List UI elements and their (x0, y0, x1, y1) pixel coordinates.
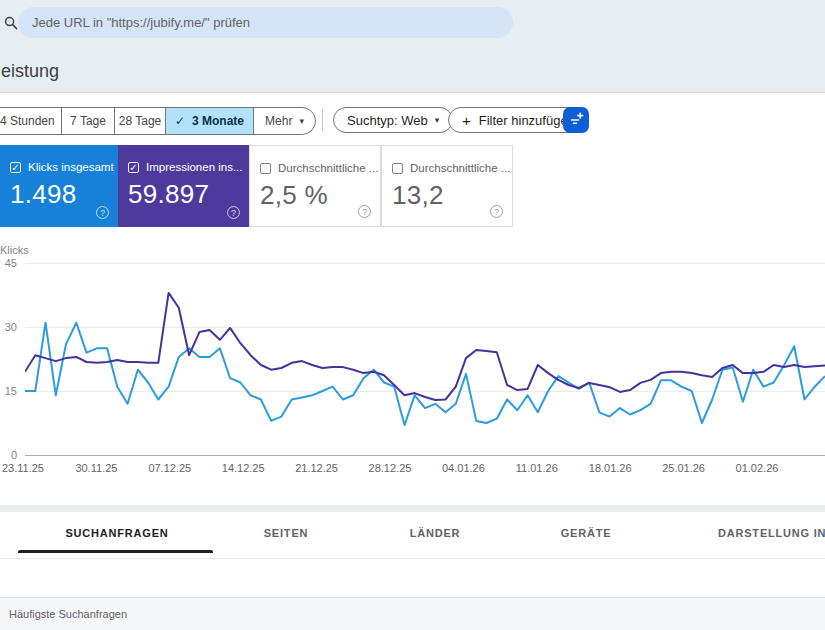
segment-label: 7 Tage (70, 114, 106, 128)
date-range-more-menu[interactable]: Mehr ▾ (254, 108, 315, 134)
search-type-chip[interactable]: Suchtyp: Web ▾ (333, 107, 453, 133)
tab-darstellung-in-der-suche[interactable]: DARSTELLUNG IN DER SUCHE (718, 527, 825, 539)
section-gap (0, 505, 825, 512)
segment-label: Mehr (265, 114, 292, 128)
metric-label: Durchschnittliche ... (410, 162, 510, 174)
x-tick-label: 23.11.25 (0, 462, 53, 474)
x-tick-label: 14.12.25 (213, 462, 273, 474)
help-icon[interactable]: ? (227, 206, 240, 219)
date-range-3-months-selected[interactable]: ✓ 3 Monate (166, 108, 254, 134)
help-icon[interactable]: ? (490, 205, 503, 218)
date-range-segmented-control: 24 Stunden 7 Tage 28 Tage ✓ 3 Monate Meh… (0, 107, 316, 135)
performance-chart: Klicks 453015023.11.2530.11.2507.12.2514… (0, 240, 825, 490)
segment-label: 28 Tage (119, 114, 162, 128)
y-tick-label: 45 (0, 257, 17, 269)
check-icon: ✓ (175, 114, 185, 128)
avg-ctr-metric-card[interactable]: Durchschnittliche ... 2,5 % ? (249, 145, 381, 227)
tabs-divider (0, 558, 825, 559)
tab-geraete[interactable]: GERÄTE (561, 527, 612, 539)
filter-tune-icon (569, 111, 584, 130)
avg-position-metric-card[interactable]: Durchschnittliche ... 13,2 ? (381, 145, 513, 227)
help-icon[interactable]: ? (96, 206, 109, 219)
search-placeholder-text: Jede URL in "https://jubify.me/" prüfen (32, 7, 513, 38)
y-tick-label: 15 (0, 385, 17, 397)
chip-label: Filter hinzufügen (479, 113, 575, 128)
date-range-24-hours[interactable]: 24 Stunden (0, 108, 62, 134)
tab-seiten[interactable]: SEITEN (264, 527, 309, 539)
queries-table-header-label: Häufigste Suchanfragen (9, 608, 127, 620)
x-tick-label: 30.11.25 (66, 462, 126, 474)
x-tick-label: 01.02.26 (727, 462, 787, 474)
metric-value: 2,5 % (260, 180, 328, 211)
x-tick-label: 11.01.26 (507, 462, 567, 474)
gridline-y-0 (25, 455, 825, 456)
url-inspection-search-input[interactable]: Jede URL in "https://jubify.me/" prüfen (18, 7, 513, 38)
y-axis-title: Klicks (0, 244, 29, 256)
toolbar-divider (322, 109, 323, 131)
metric-value: 1.498 (10, 179, 77, 210)
x-tick-label: 07.12.25 (140, 462, 200, 474)
page-title: eistung (1, 61, 59, 82)
plus-icon: + (462, 112, 471, 129)
metric-value: 59.897 (128, 179, 209, 210)
segment-label: 24 Stunden (0, 114, 55, 128)
metric-label: Durchschnittliche ... (278, 162, 378, 174)
x-tick-label: 21.12.25 (287, 462, 347, 474)
y-tick-label: 30 (0, 321, 17, 333)
chart-plot (25, 263, 825, 455)
impressions-metric-card[interactable]: ✓ Impressionen ins... 59.897 ? (118, 145, 249, 227)
metric-label: Impressionen ins... (146, 161, 243, 173)
impressions-line (25, 293, 825, 400)
checkbox-checked-icon[interactable]: ✓ (128, 162, 139, 173)
date-range-28-days[interactable]: 28 Tage (115, 108, 166, 134)
checkbox-unchecked-icon[interactable] (392, 163, 403, 174)
clicks-line (25, 323, 825, 425)
top-header-band: Jede URL in "https://jubify.me/" prüfen … (0, 0, 825, 93)
chip-label: Suchtyp: Web (347, 113, 428, 128)
checkbox-unchecked-icon[interactable] (260, 163, 271, 174)
saved-filters-button[interactable] (563, 107, 589, 133)
date-range-7-days[interactable]: 7 Tage (62, 108, 115, 134)
segment-label: 3 Monate (192, 114, 244, 128)
dimensions-panel: SUCHANFRAGEN SEITEN LÄNDER GERÄTE DARSTE… (0, 512, 825, 630)
checkbox-checked-icon[interactable]: ✓ (10, 162, 21, 173)
tab-laender[interactable]: LÄNDER (410, 527, 461, 539)
metric-label: Klicks insgesamt (28, 161, 114, 173)
metric-value: 13,2 (392, 180, 444, 211)
active-tab-underline (18, 550, 213, 553)
x-tick-label: 28.12.25 (360, 462, 420, 474)
y-tick-label: 0 (0, 449, 17, 461)
x-tick-label: 04.01.26 (433, 462, 493, 474)
chevron-down-icon: ▾ (435, 115, 440, 125)
queries-table-header-row: Häufigste Suchanfragen (0, 597, 825, 630)
tab-suchanfragen[interactable]: SUCHANFRAGEN (65, 527, 168, 539)
chevron-down-icon: ▾ (299, 116, 304, 126)
search-icon (4, 16, 18, 30)
x-tick-label: 25.01.26 (654, 462, 714, 474)
x-tick-label: 18.01.26 (580, 462, 640, 474)
clicks-metric-card[interactable]: ✓ Klicks insgesamt 1.498 ? (0, 145, 118, 227)
help-icon[interactable]: ? (358, 205, 371, 218)
